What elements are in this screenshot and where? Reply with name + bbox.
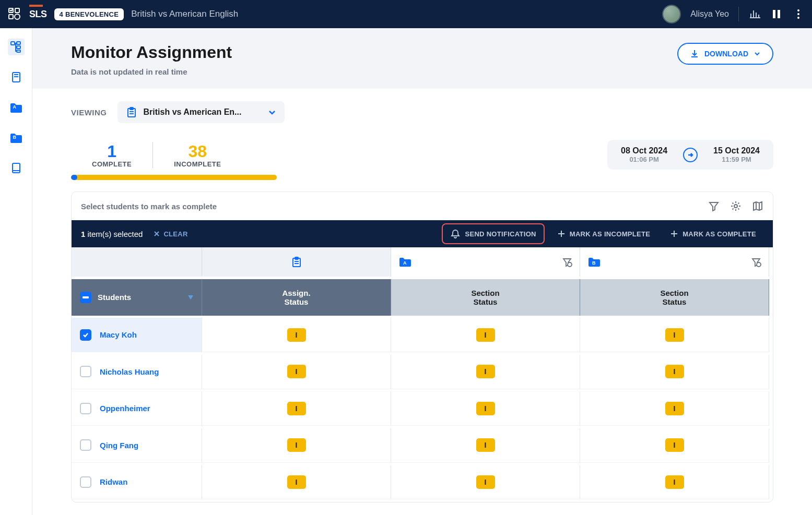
selection-count: 1 item(s) selected xyxy=(81,230,143,238)
filter-icon[interactable] xyxy=(562,257,572,267)
mark-incomplete-button[interactable]: MARK AS INCOMPLETE xyxy=(550,223,657,244)
pause-icon[interactable] xyxy=(770,8,783,20)
viewing-value: British vs American En... xyxy=(144,107,262,117)
status-cell: I xyxy=(391,391,580,426)
status-badge: I xyxy=(665,365,684,378)
svg-point-7 xyxy=(797,13,799,15)
svg-rect-9 xyxy=(11,42,15,45)
status-badge: I xyxy=(287,365,306,378)
status-badge: I xyxy=(665,402,684,415)
class-badge[interactable]: 4 BENEVOLENCE xyxy=(54,8,124,20)
status-cell: I xyxy=(391,355,580,389)
col-assign-status: Assign.Status xyxy=(202,279,391,316)
folder-letter: A xyxy=(13,104,17,110)
close-icon xyxy=(153,230,160,237)
status-cell: I xyxy=(580,428,769,463)
clear-label: CLEAR xyxy=(163,230,187,238)
table-row-name[interactable]: Qing Fang xyxy=(72,428,202,463)
app-grid-icon[interactable] xyxy=(7,7,22,21)
folder-letter: B xyxy=(13,135,17,140)
row-checkbox[interactable] xyxy=(80,329,91,341)
status-badge: I xyxy=(665,328,684,342)
svg-point-3 xyxy=(15,14,20,19)
svg-rect-2 xyxy=(9,15,13,19)
filter-icon[interactable] xyxy=(751,257,761,267)
date-arrow-icon xyxy=(683,148,698,162)
status-badge: I xyxy=(476,438,495,452)
status-badge: I xyxy=(476,402,495,415)
viewing-label: VIEWING xyxy=(71,108,107,117)
page-subtitle-note: Data is not updated in real time xyxy=(71,67,232,76)
table-row-name[interactable]: Nicholas Huang xyxy=(72,355,202,389)
clear-button[interactable]: CLEAR xyxy=(153,230,187,238)
row-checkbox[interactable] xyxy=(80,403,91,414)
sidebar-item-book[interactable] xyxy=(8,69,25,86)
col-students-label: Students xyxy=(98,293,131,302)
sort-icon[interactable] xyxy=(188,295,193,300)
mark-complete-button[interactable]: MARK AS COMPLETE xyxy=(663,223,763,244)
col-section-b-status: SectionStatus xyxy=(580,279,769,316)
download-icon xyxy=(690,49,699,58)
col-students[interactable]: Students xyxy=(72,279,202,316)
table: Select students to mark as complete xyxy=(71,191,773,502)
send-notification-label: SEND NOTIFICATION xyxy=(465,230,536,238)
viewing-select[interactable]: British vs American En... xyxy=(117,101,285,123)
status-badge: I xyxy=(287,475,306,489)
status-cell: I xyxy=(580,391,769,426)
table-row-name[interactable]: Macy Koh xyxy=(72,318,202,352)
svg-rect-14 xyxy=(13,163,20,173)
progress-fill xyxy=(71,175,77,180)
status-cell: I xyxy=(391,428,580,463)
kebab-menu-icon[interactable] xyxy=(792,8,805,20)
avatar[interactable] xyxy=(662,5,681,23)
table-row-name[interactable]: Oppenheimer xyxy=(72,391,202,426)
status-cell: I xyxy=(580,318,769,352)
clipboard-icon xyxy=(290,256,303,268)
status-cell: I xyxy=(202,391,391,426)
sidebar-item-tree[interactable] xyxy=(8,39,25,55)
row-checkbox[interactable] xyxy=(80,439,91,451)
checkbox-indeterminate[interactable] xyxy=(80,292,91,303)
send-notification-button[interactable]: SEND NOTIFICATION xyxy=(442,223,544,244)
stats-icon[interactable] xyxy=(748,8,761,20)
table-row-name[interactable]: Ridwan xyxy=(72,465,202,499)
student-link[interactable]: Ridwan xyxy=(100,477,127,486)
student-link[interactable]: Qing Fang xyxy=(100,441,138,450)
filter-icon[interactable] xyxy=(708,200,720,212)
main: Monitor Assignment Data is not updated i… xyxy=(32,28,812,515)
table-hint: Select students to mark as complete xyxy=(81,202,217,211)
dates-box: 08 Oct 2024 01:06 PM 15 Oct 2024 11:59 P… xyxy=(607,140,773,170)
viewing-row: VIEWING British vs American En... xyxy=(71,101,773,123)
gear-icon[interactable] xyxy=(730,200,742,212)
map-icon[interactable] xyxy=(752,200,763,212)
sls-logo[interactable]: SLS xyxy=(29,9,47,20)
row-checkbox[interactable] xyxy=(80,366,91,377)
status-badge: I xyxy=(287,328,306,342)
hero: Monitor Assignment Data is not updated i… xyxy=(32,28,812,89)
sidebar-item-notebook[interactable] xyxy=(8,160,25,176)
col-section-a-status: SectionStatus xyxy=(391,279,580,316)
status-badge: I xyxy=(476,475,495,489)
sidebar-item-folder-a[interactable]: A xyxy=(8,99,25,116)
svg-rect-12 xyxy=(17,50,20,52)
grid: A B xyxy=(72,247,773,502)
status-badge: I xyxy=(476,365,495,378)
row-checkbox[interactable] xyxy=(80,476,91,488)
grid-header-section-a: A xyxy=(391,247,580,277)
divider xyxy=(738,7,739,21)
status-cell: I xyxy=(391,318,580,352)
svg-rect-11 xyxy=(17,46,20,49)
student-link[interactable]: Nicholas Huang xyxy=(100,367,159,376)
student-link[interactable]: Macy Koh xyxy=(100,330,137,339)
plus-icon xyxy=(670,230,678,238)
bell-icon xyxy=(450,229,461,239)
download-button[interactable]: DOWNLOAD xyxy=(677,43,773,65)
sidebar-item-folder-b[interactable]: B xyxy=(8,129,25,146)
table-hint-row: Select students to mark as complete xyxy=(72,192,773,220)
student-link[interactable]: Oppenheimer xyxy=(100,404,150,413)
end-date: 15 Oct 2024 xyxy=(713,146,760,155)
start-date-col: 08 Oct 2024 01:06 PM xyxy=(621,146,667,163)
svg-point-17 xyxy=(734,205,737,208)
svg-rect-22 xyxy=(83,296,89,298)
selection-bar: 1 item(s) selected CLEAR SEND NOTIFICATI… xyxy=(72,220,773,247)
